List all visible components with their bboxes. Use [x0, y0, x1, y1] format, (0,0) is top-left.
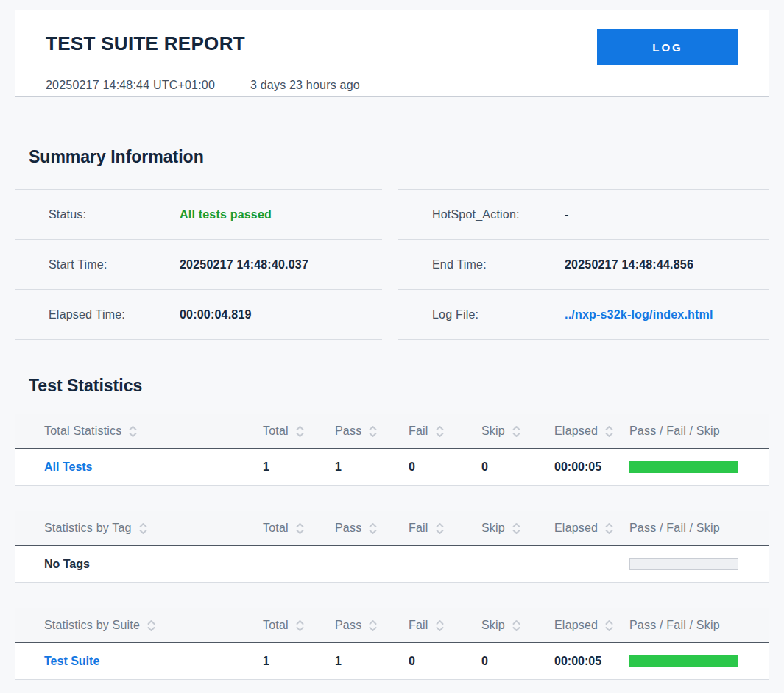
hotspot-action-label: HotSpot_Action: [432, 208, 565, 221]
column-header-elapsed[interactable]: Elapsed [554, 619, 629, 632]
start-time-value: 20250217 14:48:40.037 [180, 258, 382, 271]
summary-row-end-time: End Time: 20250217 14:48:44.856 [398, 240, 769, 290]
sort-icon[interactable] [368, 522, 378, 535]
total-statistics-table: Total Statistics Total Pass Fail Skip El… [15, 414, 769, 486]
test-suite-skip: 0 [481, 655, 554, 668]
hotspot-action-value: - [565, 208, 769, 221]
column-header-fail[interactable]: Fail [409, 522, 481, 535]
elapsed-time-value: 00:00:04.819 [180, 308, 382, 321]
all-tests-link[interactable]: All Tests [44, 461, 263, 474]
pass-fail-skip-bar-empty [629, 558, 738, 570]
vertical-divider [230, 76, 230, 95]
column-header-pass[interactable]: Pass [335, 619, 409, 632]
test-suite-pass: 1 [335, 655, 409, 668]
status-label: Status: [49, 208, 180, 221]
column-header-skip[interactable]: Skip [481, 424, 554, 438]
column-header-statistics-by-tag[interactable]: Statistics by Tag [44, 522, 263, 535]
report-timestamp: 20250217 14:48:44 UTC+01:00 [46, 79, 215, 92]
log-file-link[interactable]: ../nxp-s32k-log/index.html [565, 308, 769, 321]
test-suite-total: 1 [263, 655, 335, 668]
column-header-skip[interactable]: Skip [481, 522, 554, 535]
column-header-statistics-by-suite[interactable]: Statistics by Suite [44, 619, 263, 632]
end-time-value: 20250217 14:48:44.856 [565, 258, 769, 271]
sort-icon[interactable] [435, 425, 445, 438]
sort-icon[interactable] [512, 619, 521, 632]
all-tests-elapsed: 00:00:05 [554, 461, 629, 474]
table-row-all-tests: All Tests 1 1 0 0 00:00:05 [15, 449, 769, 486]
sort-icon[interactable] [368, 619, 378, 632]
all-tests-pass: 1 [335, 461, 409, 474]
summary-row-start-time: Start Time: 20250217 14:48:40.037 [15, 240, 382, 290]
sort-icon[interactable] [368, 425, 378, 438]
pass-fail-skip-bar [629, 655, 738, 667]
end-time-label: End Time: [432, 258, 565, 271]
column-header-fail[interactable]: Fail [409, 424, 481, 438]
column-header-total[interactable]: Total [263, 522, 335, 535]
status-value: All tests passed [180, 208, 382, 221]
relative-time: 3 days 23 hours ago [250, 79, 360, 92]
summary-table-right: HotSpot_Action: - End Time: 20250217 14:… [398, 189, 769, 340]
column-header-total-statistics[interactable]: Total Statistics [44, 424, 263, 438]
start-time-label: Start Time: [49, 258, 180, 271]
summary-row-log-file: Log File: ../nxp-s32k-log/index.html [398, 290, 769, 340]
pass-fail-skip-bar [629, 461, 738, 473]
sort-icon[interactable] [435, 522, 445, 535]
sort-icon[interactable] [138, 522, 148, 535]
column-header-fail[interactable]: Fail [409, 619, 481, 632]
summary-heading: Summary Information [29, 146, 784, 167]
column-header-elapsed[interactable]: Elapsed [554, 522, 629, 535]
sort-icon[interactable] [512, 425, 521, 438]
summary-row-status: Status: All tests passed [15, 190, 382, 240]
column-header-skip[interactable]: Skip [481, 619, 554, 632]
summary-row-elapsed-time: Elapsed Time: 00:00:04.819 [15, 290, 382, 340]
sort-icon[interactable] [512, 522, 521, 535]
no-tags-label: No Tags [44, 558, 263, 571]
sort-icon[interactable] [604, 522, 614, 535]
statistics-by-suite-header-row: Statistics by Suite Total Pass Fail Skip… [15, 608, 769, 643]
sort-icon[interactable] [295, 522, 305, 535]
statistics-heading: Test Statistics [29, 375, 784, 396]
sort-icon[interactable] [295, 619, 305, 632]
test-suite-link[interactable]: Test Suite [44, 655, 263, 668]
column-header-total[interactable]: Total [263, 619, 335, 632]
column-header-total[interactable]: Total [263, 424, 335, 438]
table-row-no-tags: No Tags [15, 546, 769, 583]
statistics-by-suite-table: Statistics by Suite Total Pass Fail Skip… [15, 608, 769, 680]
test-suite-elapsed: 00:00:05 [554, 655, 629, 668]
summary-tables: Status: All tests passed Start Time: 202… [15, 189, 769, 340]
column-header-pass-fail-skip: Pass / Fail / Skip [629, 424, 738, 438]
sort-icon[interactable] [295, 425, 305, 438]
column-header-pass-fail-skip: Pass / Fail / Skip [629, 619, 738, 632]
sort-icon[interactable] [435, 619, 445, 632]
report-meta: 20250217 14:48:44 UTC+01:00 3 days 23 ho… [46, 76, 360, 95]
all-tests-skip: 0 [481, 461, 554, 474]
sort-icon[interactable] [146, 619, 156, 632]
report-page: TEST SUITE REPORT 20250217 14:48:44 UTC+… [0, 10, 784, 680]
log-file-label: Log File: [432, 308, 565, 321]
summary-row-hotspot-action: HotSpot_Action: - [398, 190, 769, 240]
all-tests-total: 1 [263, 461, 335, 474]
test-suite-fail: 0 [409, 655, 481, 668]
log-button[interactable]: LOG [597, 29, 738, 65]
column-header-pass-fail-skip: Pass / Fail / Skip [629, 522, 738, 535]
statistics-by-tag-header-row: Statistics by Tag Total Pass Fail Skip E… [15, 511, 769, 546]
column-header-elapsed[interactable]: Elapsed [554, 424, 629, 438]
statistics-by-tag-table: Statistics by Tag Total Pass Fail Skip E… [15, 511, 769, 583]
elapsed-time-label: Elapsed Time: [49, 308, 180, 321]
column-header-pass[interactable]: Pass [335, 424, 409, 438]
header-card: TEST SUITE REPORT 20250217 14:48:44 UTC+… [15, 10, 769, 97]
sort-icon[interactable] [604, 425, 614, 438]
summary-table-left: Status: All tests passed Start Time: 202… [15, 189, 382, 340]
column-header-pass[interactable]: Pass [335, 522, 409, 535]
table-row-test-suite: Test Suite 1 1 0 0 00:00:05 [15, 643, 769, 680]
all-tests-fail: 0 [409, 461, 481, 474]
total-statistics-header-row: Total Statistics Total Pass Fail Skip El… [15, 414, 769, 449]
sort-icon[interactable] [128, 425, 138, 438]
sort-icon[interactable] [604, 619, 614, 632]
